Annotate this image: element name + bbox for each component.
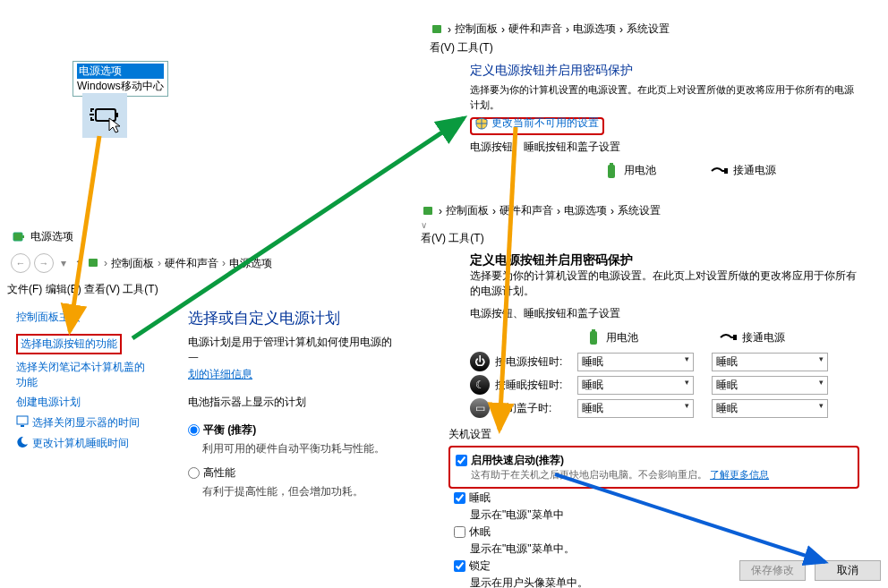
shield-icon (475, 117, 488, 130)
battery-icon (430, 22, 444, 37)
breadcrumb: ›控制面板 ›硬件和声音 ›电源选项 ›系统设置 ∨ (421, 203, 886, 231)
radio-balanced[interactable]: 平衡 (推荐) (188, 422, 398, 438)
tray-context-menu: 电源选项 Windows移动中心 (73, 61, 168, 97)
panel-title: 电源选项 (30, 229, 73, 244)
svg-rect-9 (610, 163, 613, 165)
change-unavailable-link[interactable]: 更改当前不可用的设置 (475, 115, 599, 131)
svg-rect-11 (423, 207, 432, 215)
svg-rect-3 (22, 235, 24, 238)
svg-rect-13 (592, 329, 595, 331)
system-settings-panel-unlocked: ›控制面板 ›硬件和声音 ›电源选项 ›系统设置 ∨ 看(V) 工具(T) 定义… (421, 203, 886, 588)
mouse-cursor-icon (107, 116, 127, 136)
chevron-down-icon: ▾ (685, 378, 689, 393)
col-battery: 用电池 (604, 162, 656, 180)
battery-icon (604, 162, 619, 180)
menu-item-mobility-center[interactable]: Windows移动中心 (77, 79, 164, 94)
select-lid-battery[interactable]: 睡眠▾ (577, 399, 694, 418)
battery-icon (586, 328, 601, 346)
menubar[interactable]: 看(V) 工具(T) (421, 38, 882, 57)
power-options-panel: 电源选项 ← → ▾ ↑ ›控制面板 ›硬件和声音 ›电源选项 文件(F) 编辑… (0, 226, 407, 516)
chk-hibernate[interactable]: 休眠 (454, 524, 859, 540)
col-ac: 接通电源 (710, 162, 776, 180)
menubar[interactable]: 看(V) 工具(T) (421, 231, 886, 246)
svg-rect-5 (17, 416, 28, 424)
nav-back-icon[interactable]: ← (11, 253, 30, 273)
chk-fast-startup[interactable]: 启用快速启动(推荐) 这有助于在关机之后更快地启动电脑。不会影响重启。 了解更多… (456, 453, 852, 481)
lid-icon: ▭ (470, 398, 490, 418)
plug-icon (710, 166, 728, 176)
breadcrumb: ← → ▾ ↑ ›控制面板 ›硬件和声音 ›电源选项 (0, 248, 407, 278)
monitor-icon (16, 415, 29, 428)
menubar[interactable]: 文件(F) 编辑(E) 查看(V) 工具(T) (0, 278, 407, 301)
sidebar-link-display-off[interactable]: 选择关闭显示器的时间 (16, 415, 145, 430)
chevron-down-icon: ▾ (819, 401, 824, 416)
cancel-button[interactable]: 取消 (815, 560, 881, 581)
sidebar-link-create-plan[interactable]: 创建电源计划 (16, 395, 145, 410)
svg-rect-6 (21, 425, 24, 427)
chevron-down-icon: ▾ (685, 401, 689, 416)
sidebar-link-lid-close[interactable]: 选择关闭笔记本计算机盖的功能 (16, 360, 145, 390)
panel-desc: 选择要为你的计算机设置的电源设置。在此页上对设置所做的更改将应用于你所有的电源计… (470, 268, 859, 299)
sleep-button-icon: ☾ (470, 375, 490, 395)
power-button-icon: ⏻ (470, 352, 490, 371)
panel-title: 定义电源按钮并启用密码保护 (470, 63, 855, 79)
battery-icon (11, 230, 25, 244)
battery-icon (421, 204, 435, 218)
sidebar-link-sleep-time[interactable]: 更改计算机睡眠时间 (16, 436, 145, 451)
svg-rect-7 (432, 25, 441, 33)
chk-sleep[interactable]: 睡眠 (454, 490, 859, 506)
footer-buttons: 保存修改 取消 (739, 560, 881, 581)
button-options: ⏻按电源按钮时: 睡眠▾ 睡眠▾ ☾按睡眠按钮时: 睡眠▾ 睡眠▾ ▭关闭盖子时… (470, 352, 859, 418)
select-lid-ac[interactable]: 睡眠▾ (712, 399, 828, 418)
fast-startup-learn-link[interactable]: 了解更多信息 (710, 469, 769, 480)
svg-rect-2 (13, 233, 22, 241)
plug-icon (719, 332, 737, 343)
moon-icon (16, 436, 29, 448)
svg-rect-4 (89, 259, 98, 267)
shutdown-settings-label: 关机设置 (448, 427, 859, 442)
section-label: 电源按钮、睡眠按钮和盖子设置 (470, 140, 855, 155)
select-power-battery[interactable]: 睡眠▾ (577, 353, 694, 371)
save-button[interactable]: 保存修改 (739, 560, 806, 581)
nav-fwd-icon[interactable]: → (34, 253, 54, 273)
col-battery: 用电池 (586, 328, 638, 346)
plan-details-link[interactable]: 划的详细信息 (188, 368, 252, 380)
plan-list-label: 电池指示器上显示的计划 (188, 395, 398, 410)
radio-highperf[interactable]: 高性能 (188, 465, 398, 481)
panel-desc: 选择要为你的计算机设置的电源设置。在此页上对设置所做的更改将应用于你所有的电源计… (470, 82, 855, 112)
chevron-down-icon: ▾ (819, 354, 824, 370)
section-label: 电源按钮、睡眠按钮和盖子设置 (470, 306, 859, 321)
svg-rect-10 (724, 168, 728, 174)
chevron-down-icon: ▾ (685, 354, 689, 370)
system-settings-panel-locked: ›控制面板 ›硬件和声音 ›电源选项 ›系统设置 看(V) 工具(T) 定义电源… (421, 20, 882, 185)
page-heading: 选择或自定义电源计划 (188, 308, 398, 328)
sidebar-home[interactable]: 控制面板主页 (16, 310, 145, 325)
select-power-ac[interactable]: 睡眠▾ (712, 353, 828, 371)
svg-rect-12 (590, 331, 597, 345)
battery-icon (86, 256, 100, 270)
menu-item-power-options[interactable]: 电源选项 (77, 64, 164, 79)
main-content: 选择或自定义电源计划 电源计划是用于管理计算机如何使用电源的一划的详细信息 电池… (179, 301, 407, 516)
svg-rect-14 (733, 335, 737, 340)
breadcrumb: ›控制面板 ›硬件和声音 ›电源选项 ›系统设置 (421, 20, 882, 38)
sidebar: 控制面板主页 选择电源按钮的功能 选择关闭笔记本计算机盖的功能 创建电源计划 选… (0, 301, 161, 465)
sidebar-link-power-button[interactable]: 选择电源按钮的功能 (16, 334, 145, 354)
select-sleep-ac[interactable]: 睡眠▾ (712, 376, 828, 395)
chevron-down-icon: ▾ (819, 378, 824, 393)
panel-title: 定义电源按钮并启用密码保护 (470, 251, 859, 268)
select-sleep-battery[interactable]: 睡眠▾ (577, 376, 694, 395)
col-ac: 接通电源 (719, 328, 785, 346)
svg-rect-8 (608, 165, 615, 178)
